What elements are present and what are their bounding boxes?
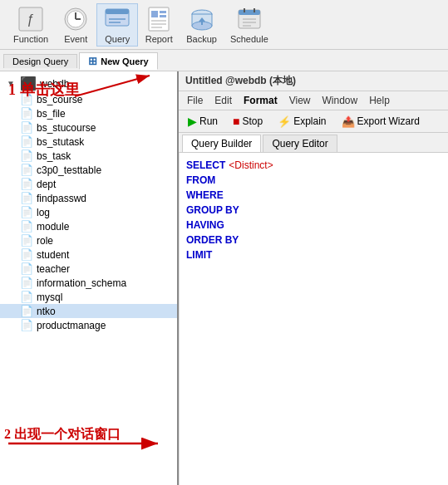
tree-item-student[interactable]: 📄 student: [0, 247, 177, 262]
function-icon: ƒ: [17, 6, 44, 32]
sub-toolbar: ▶ Run ■ Stop ⚡ Explain 📤 Export Wizard: [179, 110, 448, 133]
left-panel: 1 单击这里 2 出现一个对话窗口: [0, 71, 179, 485]
tree-item-role[interactable]: 📄 role: [0, 233, 177, 247]
sql-keyword-select: SELECT: [186, 158, 225, 173]
tree-area[interactable]: ▼ ⬛ webdb 📄 bs_course 📄 bs_file 📄 bs_stu…: [0, 71, 177, 485]
toolbar-schedule[interactable]: Schedule: [224, 4, 275, 46]
svg-rect-7: [106, 9, 129, 14]
tree-label-dept: dept: [37, 179, 56, 190]
svg-rect-11: [151, 11, 158, 17]
function-label: Function: [13, 34, 48, 44]
sql-line-orderby: ORDER BY: [186, 233, 441, 247]
tree-item-bs_stucourse[interactable]: 📄 bs_stucourse: [0, 120, 177, 135]
tree-label-productmanage: productmanage: [37, 320, 106, 331]
main-content: 1 单击这里 2 出现一个对话窗口: [0, 71, 448, 485]
tree-item-productmanage[interactable]: 📄 productmanage: [0, 318, 177, 332]
sql-line-from: FROM: [186, 173, 441, 188]
toolbar-backup[interactable]: Backup: [180, 4, 224, 46]
tree-root-label: webdb: [40, 78, 69, 90]
toolbar-event[interactable]: Event: [55, 4, 96, 46]
sql-keyword-where: WHERE: [186, 188, 224, 203]
sql-line-limit: LIMIT: [186, 247, 441, 262]
stop-icon: ■: [233, 115, 239, 128]
new-query-label: New Query: [101, 56, 148, 66]
run-icon: ▶: [188, 115, 197, 128]
sql-line-having: HAVING: [186, 218, 441, 233]
tree-item-c3p0[interactable]: 📄 c3p0_testtable: [0, 163, 177, 177]
menu-window[interactable]: Window: [318, 93, 363, 108]
tree-label-ntko: ntko: [37, 306, 56, 317]
main-toolbar: ƒ Function Event Query: [0, 0, 448, 50]
menu-format[interactable]: Format: [239, 93, 283, 108]
tree-label-c3p0: c3p0_testtable: [37, 164, 101, 176]
tree-label-bs_file: bs_file: [37, 108, 66, 120]
sql-area[interactable]: SELECT <Distinct> FROM WHERE GROUP BY HA…: [179, 153, 448, 485]
tree-item-teacher[interactable]: 📄 teacher: [0, 262, 177, 276]
menu-view[interactable]: View: [284, 93, 316, 108]
query-tab-editor[interactable]: Query Editor: [263, 135, 337, 152]
tree-db-icon: ⬛: [20, 76, 37, 91]
menu-file[interactable]: File: [182, 93, 208, 108]
explain-icon: ⚡: [278, 115, 291, 128]
tab-design-query[interactable]: Design Query: [3, 54, 77, 68]
menu-bar: File Edit Format View Window Help: [179, 91, 448, 110]
table-icon-bs_stutask: 📄: [20, 135, 33, 148]
toolbar-function[interactable]: ƒ Function: [7, 4, 55, 46]
window-title: Untitled @webdb (本地): [185, 75, 296, 86]
tree-item-bs_file[interactable]: 📄 bs_file: [0, 106, 177, 120]
sql-keyword-groupby: GROUP BY: [186, 203, 239, 218]
export-button[interactable]: 📤 Export Wizard: [336, 113, 426, 130]
svg-rect-21: [239, 10, 260, 15]
explain-button[interactable]: ⚡ Explain: [272, 113, 332, 130]
sql-keyword-having: HAVING: [186, 218, 224, 233]
tree-expand-arrow: ▼: [7, 79, 17, 88]
event-icon: [62, 6, 89, 32]
tab-new-query[interactable]: ⊞ New Query: [79, 52, 157, 70]
backup-icon: [189, 6, 215, 32]
schedule-label: Schedule: [230, 34, 268, 44]
editor-label: Query Editor: [272, 138, 327, 149]
query-tab-builder[interactable]: Query Builder: [182, 135, 261, 152]
stop-button[interactable]: ■ Stop: [227, 112, 268, 130]
tree-item-module[interactable]: 📄 module: [0, 219, 177, 233]
stop-label: Stop: [242, 115, 263, 127]
tree-item-information_schema[interactable]: 📄 information_schema: [0, 276, 177, 290]
svg-rect-13: [160, 15, 166, 17]
tree-item-bs_stutask[interactable]: 📄 bs_stutask: [0, 135, 177, 149]
tree-item-bs_course[interactable]: 📄 bs_course: [0, 92, 177, 106]
query-icon: [104, 6, 130, 32]
tree-item-dept[interactable]: 📄 dept: [0, 177, 177, 191]
table-icon-findpasswd: 📄: [20, 192, 33, 204]
tree-item-mysql[interactable]: 📄 mysql: [0, 290, 177, 304]
tree-label-teacher: teacher: [37, 263, 70, 275]
run-button[interactable]: ▶ Run: [182, 112, 224, 130]
explain-label: Explain: [293, 115, 326, 127]
export-icon: 📤: [342, 115, 355, 128]
run-label: Run: [199, 115, 218, 127]
builder-label: Query Builder: [191, 138, 252, 149]
table-icon-role: 📄: [20, 234, 33, 247]
sql-keyword-orderby: ORDER BY: [186, 233, 239, 247]
tree-item-log[interactable]: 📄 log: [0, 205, 177, 219]
tree-item-findpasswd[interactable]: 📄 findpasswd: [0, 191, 177, 205]
table-icon-module: 📄: [20, 220, 33, 233]
table-icon-student: 📄: [20, 248, 33, 261]
tree-label-student: student: [37, 249, 69, 261]
table-icon-info: 📄: [20, 277, 33, 289]
toolbar-report[interactable]: Report: [138, 4, 180, 46]
menu-help[interactable]: Help: [364, 93, 395, 108]
toolbar-query[interactable]: Query: [96, 3, 138, 47]
tree-item-bs_task[interactable]: 📄 bs_task: [0, 149, 177, 163]
table-icon-mysql: 📄: [20, 291, 33, 303]
schedule-icon: [236, 6, 263, 32]
sql-line-groupby: GROUP BY: [186, 203, 441, 218]
table-icon-productmanage: 📄: [20, 319, 33, 331]
tree-root-webdb[interactable]: ▼ ⬛ webdb: [0, 75, 177, 92]
table-icon-c3p0: 📄: [20, 164, 33, 176]
sql-keyword-from: FROM: [186, 173, 215, 188]
tree-item-ntko[interactable]: 📄 ntko: [0, 304, 177, 318]
menu-edit[interactable]: Edit: [209, 93, 237, 108]
tree-label-bs_task: bs_task: [37, 150, 71, 162]
table-icon-dept: 📄: [20, 178, 33, 190]
tree-label-info: information_schema: [37, 277, 126, 289]
